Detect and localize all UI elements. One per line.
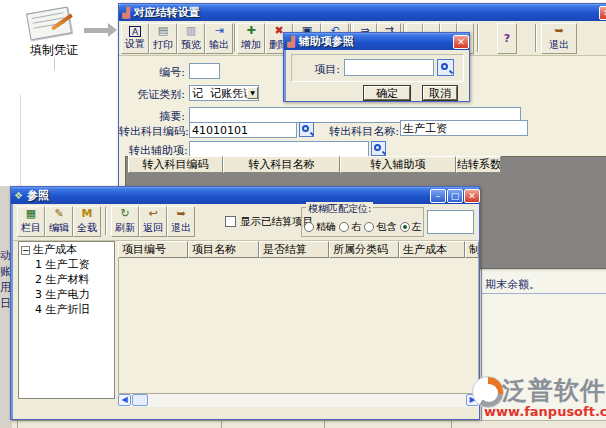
cancel-button[interactable]: 取消	[423, 86, 457, 100]
back-button[interactable]: ↩ 返回	[139, 206, 167, 237]
exit-label: 退出	[549, 38, 569, 51]
out-name-label: 转出科目名称:	[321, 124, 399, 139]
close-button[interactable]: ✕	[453, 35, 469, 49]
match-option-label: 右	[351, 221, 361, 232]
refresh-icon: ↻	[120, 207, 129, 221]
match-option-label: 左	[412, 221, 422, 232]
load-all-button[interactable]: M 全载	[73, 206, 101, 237]
projects-header-cell: 是否结算	[259, 241, 329, 258]
grid-line	[324, 421, 325, 428]
fuzzy-match-group: 模糊匹配定位: 精确 右 包含 左	[301, 207, 424, 237]
aux-dialog-body: 项目: 确定 取消	[286, 50, 469, 101]
tree-collapse-icon[interactable]: −	[21, 246, 30, 255]
voucher-type-label: 凭证类别:	[119, 87, 185, 102]
fuzzy-match-legend: 模糊匹配定位:	[306, 202, 373, 216]
exit-button[interactable]: ➥ 退出	[167, 206, 195, 237]
out-name-input[interactable]: 生产工资	[400, 120, 528, 136]
projects-table-body[interactable]	[118, 241, 479, 394]
projects-header-cell: 制	[465, 241, 479, 258]
tree-item[interactable]: 3 生产电力	[19, 287, 114, 302]
match-option-exact[interactable]: 精确	[304, 221, 336, 232]
toolbar-separator	[477, 24, 479, 52]
projects-header-cell: 项目编号	[118, 241, 188, 258]
print-label: 打印	[153, 38, 173, 51]
number-label: 编号:	[129, 65, 185, 80]
tree-root-label: 生产成本	[33, 243, 77, 256]
voucher-type-dropdown-button[interactable]: ▼	[247, 87, 258, 99]
export-label: 输出	[209, 38, 229, 51]
window-title: 参照	[27, 188, 49, 203]
horizontal-scrollbar[interactable]: ◀ ▶	[118, 394, 479, 407]
grid-header-cell: 结转系数	[456, 156, 501, 173]
settings-button[interactable]: A 设置	[121, 23, 149, 54]
help-button[interactable]: ?	[497, 23, 517, 54]
projects-header-cell: 生产成本	[399, 241, 465, 258]
edit-button[interactable]: ✎ 编辑	[45, 206, 73, 237]
match-option-label: 包含	[376, 221, 396, 232]
grid-line	[451, 421, 452, 428]
export-button[interactable]: ⇥ 输出	[205, 23, 233, 54]
exit-icon: ➥	[176, 207, 185, 221]
tree-item[interactable]: 1 生产工资	[19, 257, 114, 272]
match-option-contains[interactable]: 包含	[364, 221, 396, 232]
window-icon: ❖	[14, 191, 23, 201]
quick-search-input[interactable]	[427, 210, 474, 234]
tree-item[interactable]: 2 生产材料	[19, 272, 114, 287]
project-search-button[interactable]	[437, 59, 454, 76]
voucher-type-code: 记	[192, 87, 203, 100]
exit-icon: ➥	[554, 24, 563, 38]
match-option-left[interactable]: 左	[400, 221, 422, 232]
print-button[interactable]: ▤ 打印	[149, 23, 177, 54]
grid-header-cell: 转入科目名称	[223, 156, 340, 173]
back-label: 返回	[143, 221, 163, 234]
tree-item[interactable]: 4 生产折旧	[19, 302, 114, 317]
ok-button[interactable]: 确定	[364, 86, 410, 100]
project-input[interactable]	[344, 59, 434, 76]
out-aux-input[interactable]	[189, 141, 369, 157]
summary-label: 摘要:	[129, 109, 185, 124]
refresh-label: 刷新	[115, 221, 135, 234]
refresh-button[interactable]: ↻ 刷新	[111, 206, 139, 237]
exit-button[interactable]: ➥ 退出	[541, 23, 577, 54]
settings-label: 设置	[125, 37, 145, 50]
flow-arrow	[84, 28, 110, 33]
preview-label: 预览	[181, 38, 201, 51]
reference-window-titlebar[interactable]: ❖ 参照	[11, 187, 479, 204]
preview-button[interactable]: ▥ 预览	[177, 23, 205, 54]
projects-header-cell: 项目名称	[188, 241, 259, 258]
dialog-title: 辅助项参照	[299, 34, 354, 49]
maximize-button[interactable]: □	[447, 189, 463, 203]
aux-dialog-titlebar[interactable]: ▟ 辅助项参照	[284, 33, 469, 50]
window-title: 对应结转设置	[134, 5, 200, 20]
scroll-left-button[interactable]: ◀	[118, 394, 131, 406]
columns-icon: ▦	[26, 207, 36, 221]
grid-header-cell: 转入辅助项	[340, 156, 456, 173]
match-option-right[interactable]: 右	[339, 221, 361, 232]
voucher-flow-node[interactable]: 填制凭证	[14, 6, 94, 58]
close-button[interactable]: ✕	[599, 6, 606, 20]
fanpu-watermark: 泛普软件 www.fanpusoft.com	[472, 372, 606, 422]
back-icon: ↩	[148, 207, 157, 221]
voucher-flow-label: 填制凭证	[14, 42, 94, 59]
reference-toolbar: ▦ 栏目 ✎ 编辑 M 全载 ↻ 刷新 ↩ 返回 ➥ 退出 显示已结算项目 模糊…	[13, 204, 479, 241]
toolbar-separator	[535, 24, 537, 52]
number-input[interactable]	[189, 63, 220, 79]
toolbar-separator	[234, 24, 236, 52]
export-icon: ⇥	[214, 24, 223, 38]
edit-icon: ✎	[54, 207, 63, 221]
minimize-button[interactable]: –	[430, 189, 446, 203]
out-code-search-button[interactable]	[299, 122, 314, 137]
close-button[interactable]: ✕	[464, 189, 480, 203]
show-settled-checkbox[interactable]	[225, 216, 236, 227]
columns-button[interactable]: ▦ 栏目	[17, 206, 45, 237]
scroll-thumb[interactable]	[132, 394, 148, 406]
add-icon: ✚	[246, 24, 255, 38]
panel-divider	[482, 293, 606, 294]
dialog-icon: ▟	[287, 37, 295, 47]
exit-label: 退出	[171, 221, 191, 234]
out-aux-search-button[interactable]	[371, 141, 386, 156]
tree-root-item[interactable]: −生产成本	[19, 242, 114, 257]
add-button[interactable]: ✚ 增加	[237, 23, 265, 54]
out-code-input[interactable]: 41010101	[189, 122, 297, 138]
carryover-window-titlebar[interactable]: ▟ 对应结转设置	[119, 4, 606, 21]
